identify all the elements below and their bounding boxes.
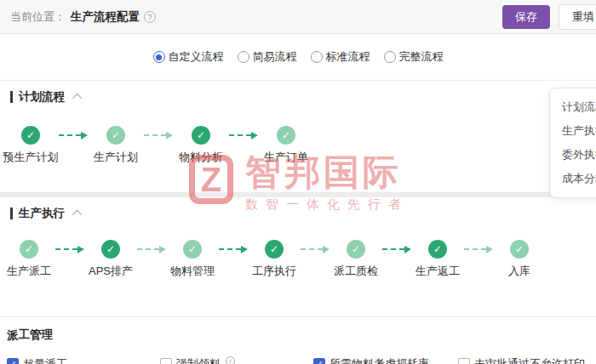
check-circle-icon[interactable] — [347, 240, 365, 259]
radio-custom-flow[interactable]: 自定义流程 — [153, 49, 224, 65]
flow-step-rework: 生产返工 — [412, 240, 463, 279]
checkbox-label: 强制领料 — [176, 356, 221, 364]
exec-section-title: 生产执行 — [19, 206, 65, 221]
dispatch-section-title: 派工管理 — [7, 327, 596, 343]
radio-icon[interactable] — [153, 51, 165, 63]
radio-label: 自定义流程 — [169, 49, 224, 65]
checkbox-label: 超量派工 — [23, 356, 67, 364]
panel-item-plan-flow[interactable]: 计划流程 — [562, 95, 596, 119]
check-circle-icon[interactable] — [101, 240, 120, 259]
flow-arrow-icon — [54, 240, 85, 259]
plan-section-title: 计划流程 — [19, 89, 65, 105]
flow-arrow-icon — [300, 240, 330, 259]
flow-nav-panel: 计划流程 生产执行 委外执行 成本分析 — [549, 88, 596, 198]
check-circle-icon[interactable] — [183, 240, 202, 259]
page-title: 生产流程配置 — [71, 9, 140, 25]
panel-item-cost-analysis[interactable]: 成本分析 — [562, 167, 596, 191]
flow-step-aps: APS排产 — [85, 240, 136, 279]
flow-step-process-exec: 工序执行 — [249, 240, 300, 279]
step-label: 入库 — [508, 264, 530, 279]
info-icon[interactable] — [226, 356, 235, 364]
section-marker — [10, 91, 13, 103]
step-label: 预生产计划 — [3, 150, 59, 165]
checkbox-label: 未审批通过不允许打印 — [474, 356, 585, 364]
flow-arrow-icon — [381, 240, 412, 259]
checkbox-label: 所需物料考虑损耗率 — [330, 356, 429, 364]
step-label: 生产返工 — [415, 264, 460, 279]
divider — [0, 316, 596, 317]
radio-icon[interactable] — [238, 51, 249, 63]
step-label: 工序执行 — [252, 264, 296, 279]
plan-flow: 预生产计划 生产计划 物料分析 生产订单 — [0, 126, 596, 165]
section-marker — [10, 208, 13, 219]
exec-flow: 生产派工 APS排产 物料管理 工序执行 派工质检 生产返工 入 — [0, 240, 596, 279]
check-circle-icon[interactable] — [428, 240, 447, 259]
radio-standard-flow[interactable]: 标准流程 — [311, 49, 370, 65]
flow-arrow-icon — [218, 240, 249, 259]
checkbox-no-print-unapproved[interactable]: 未审批通过不允许打印 — [458, 356, 596, 364]
plan-section: 计划流程 预生产计划 生产计划 物料分析 生产订单 — [0, 89, 596, 165]
dispatch-section: 派工管理 超量派工 强制领料 所需物料考虑损耗率 未审批通过不允许打印 — [0, 327, 596, 364]
radio-label: 完整流程 — [399, 49, 444, 65]
flow-step-material-mgmt: 物料管理 — [167, 240, 218, 279]
question-circle-icon[interactable] — [144, 11, 156, 23]
check-circle-icon[interactable] — [192, 126, 210, 145]
step-label: 生产计划 — [94, 150, 138, 165]
radio-icon[interactable] — [384, 51, 396, 63]
step-label: 生产派工 — [7, 264, 51, 279]
radio-complete-flow[interactable]: 完整流程 — [384, 49, 444, 65]
exec-section-header[interactable]: 生产执行 — [10, 206, 596, 221]
section-divider — [0, 192, 596, 197]
step-label: 派工质检 — [334, 264, 378, 279]
panel-item-outsourcing[interactable]: 委外执行 — [562, 143, 596, 167]
flow-step-preplan: 预生产计划 — [3, 126, 58, 165]
radio-simple-flow[interactable]: 简易流程 — [238, 49, 297, 65]
step-label: 生产订单 — [264, 150, 308, 165]
checkbox-forced-picking[interactable]: 强制领料 — [160, 356, 313, 364]
checkbox-material-loss-rate[interactable]: 所需物料考虑损耗率 — [313, 356, 458, 364]
flow-arrow-icon — [143, 126, 174, 145]
plan-section-header[interactable]: 计划流程 — [10, 89, 596, 105]
radio-label: 简易流程 — [253, 49, 297, 65]
save-button[interactable]: 保存 — [502, 5, 550, 29]
checkbox-icon[interactable] — [313, 358, 325, 364]
check-circle-icon[interactable] — [265, 240, 284, 259]
flow-mode-selector: 自定义流程 简易流程 标准流程 完整流程 — [0, 34, 596, 81]
step-label: 物料管理 — [170, 264, 215, 279]
step-label: 物料分析 — [179, 150, 223, 165]
topbar: 当前位置： 生产流程配置 保存 重填 — [0, 0, 596, 34]
checkbox-icon[interactable] — [458, 358, 470, 364]
exec-section: 生产执行 生产派工 APS排产 物料管理 工序执行 派工质检 — [0, 206, 596, 279]
check-circle-icon[interactable] — [21, 126, 40, 145]
breadcrumb-label: 当前位置： — [10, 9, 66, 25]
flow-step-warehouse-in: 入库 — [494, 240, 545, 279]
flow-step-dispatch: 生产派工 — [3, 240, 54, 279]
checkbox-icon[interactable] — [160, 358, 172, 364]
collapse-chevron-icon[interactable] — [72, 94, 82, 103]
collapse-chevron-icon[interactable] — [72, 210, 82, 219]
flow-arrow-icon — [463, 240, 494, 259]
radio-icon[interactable] — [311, 51, 323, 63]
checkbox-over-dispatch[interactable]: 超量派工 — [7, 356, 160, 364]
radio-label: 标准流程 — [326, 49, 370, 65]
panel-item-exec[interactable]: 生产执行 — [562, 119, 596, 143]
dispatch-options: 超量派工 强制领料 所需物料考虑损耗率 未审批通过不允许打印 — [0, 356, 596, 364]
check-circle-icon[interactable] — [510, 240, 529, 259]
flow-step-plan: 生产计划 — [89, 126, 143, 165]
check-circle-icon[interactable] — [106, 126, 125, 145]
flow-arrow-icon — [58, 126, 89, 145]
brand-logo-letter: Z — [201, 162, 221, 196]
step-label: APS排产 — [89, 264, 133, 279]
check-circle-icon[interactable] — [277, 126, 295, 145]
check-circle-icon[interactable] — [20, 240, 38, 259]
flow-arrow-icon — [228, 126, 259, 145]
checkbox-icon[interactable] — [7, 358, 19, 364]
flow-step-material-analysis: 物料分析 — [174, 126, 228, 165]
flow-arrow-icon — [136, 240, 167, 259]
flow-step-dispatch-qc: 派工质检 — [330, 240, 381, 279]
flow-step-production-order: 生产订单 — [259, 126, 313, 165]
reset-button[interactable]: 重填 — [559, 4, 596, 30]
